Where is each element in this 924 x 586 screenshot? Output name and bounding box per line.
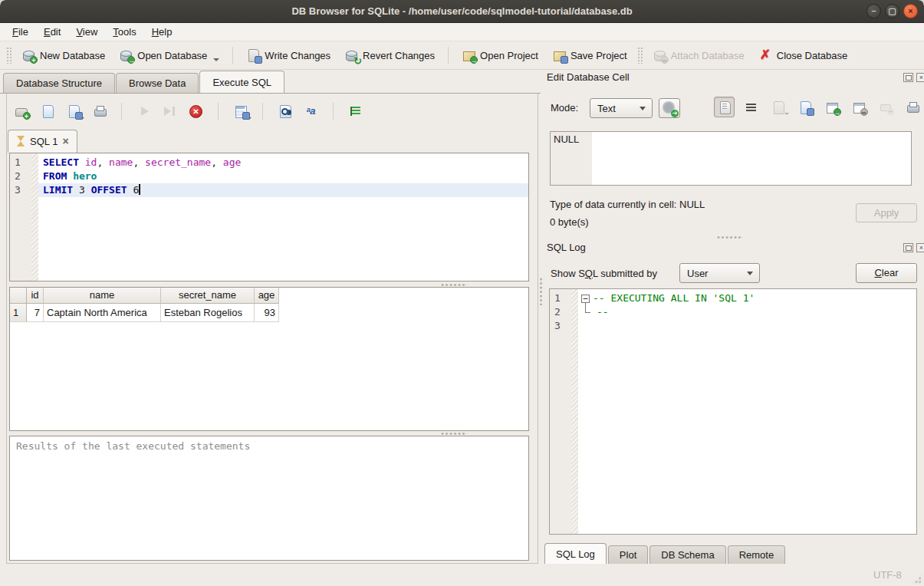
stop-icon: ✕ — [189, 105, 202, 118]
close-button[interactable]: × — [903, 4, 918, 18]
open-database-button[interactable]: → Open Database — [112, 45, 226, 65]
save-results-button[interactable] — [230, 101, 251, 122]
fold-tail-icon — [585, 302, 590, 313]
header-filler — [279, 288, 528, 304]
sql1-tab-label: SQL 1 — [30, 136, 58, 147]
new-sql-tab-button[interactable]: + — [11, 101, 31, 122]
tab-database-structure[interactable]: Database Structure — [3, 73, 115, 93]
cell-secret-name[interactable]: Esteban Rogelios — [161, 304, 255, 322]
auto-mode-button[interactable] — [659, 98, 680, 118]
header-age[interactable]: age — [255, 288, 279, 304]
log-code-area[interactable]: −-- EXECUTING ALL IN 'SQL 1' -- — [578, 289, 916, 534]
save-project-label: Save Project — [571, 50, 627, 61]
resize-grip-icon[interactable] — [912, 574, 922, 584]
log-line-3 — [578, 319, 916, 333]
save-cell-dropdown-icon — [784, 113, 789, 115]
save-sql-file-button[interactable] — [63, 101, 84, 122]
revert-changes-button[interactable]: ↻ Revert Changes — [337, 45, 442, 65]
dock-sections-splitter[interactable] — [717, 235, 743, 239]
dock-splitter[interactable] — [539, 278, 543, 305]
word-wrap-icon — [745, 100, 758, 114]
sql-log-view[interactable]: 1 2 3 −-- EXECUTING ALL IN 'SQL 1' -- — [549, 288, 917, 535]
open-project-icon: → — [462, 48, 475, 62]
toolbar-grip[interactable] — [6, 47, 12, 64]
find-replace-button[interactable]: ᵃa — [301, 101, 321, 122]
titlebar[interactable]: DB Browser for SQLite - /home/user/code/… — [0, 0, 924, 23]
toolbar-grip[interactable] — [637, 47, 643, 64]
cell-editor[interactable]: NULL — [550, 131, 912, 186]
window-controls: – ▢ × — [866, 4, 918, 18]
refresh-badge-icon: ↻ — [353, 58, 361, 65]
fold-collapse-icon[interactable]: − — [581, 295, 590, 303]
tab-remote[interactable]: Remote — [728, 545, 786, 564]
tab-execute-sql[interactable]: Execute SQL — [199, 71, 284, 93]
cell-age[interactable]: 93 — [255, 304, 279, 322]
mode-combobox[interactable]: Text — [590, 98, 653, 118]
cell-id[interactable]: 7 — [27, 304, 44, 322]
maximize-button[interactable]: ▢ — [885, 4, 899, 18]
sql-identifier: age — [223, 156, 241, 168]
results-grid[interactable]: id name secret_name age 1 7 Captain Nort… — [9, 287, 529, 431]
log-source-combobox[interactable]: User — [679, 263, 760, 283]
cell-editor-gutter: NULL — [551, 132, 592, 185]
sql-number: 3 — [79, 184, 85, 196]
open-database-dropdown-icon[interactable] — [213, 58, 219, 61]
row-number-cell[interactable]: 1 — [10, 304, 27, 322]
new-database-label: New Database — [40, 50, 105, 61]
dock-close-icon[interactable]: × — [916, 243, 924, 252]
clear-log-button[interactable]: Clear — [856, 263, 917, 283]
sql1-tab[interactable]: SQL 1 × — [8, 130, 77, 153]
tab-plot[interactable]: Plot — [608, 545, 648, 564]
word-wrap-button[interactable] — [741, 97, 761, 117]
sql1-tab-close-icon[interactable]: × — [62, 137, 68, 146]
execute-all-button — [133, 101, 154, 122]
menu-tools[interactable]: Tools — [105, 24, 143, 40]
write-changes-button[interactable]: Write Changes — [239, 45, 337, 65]
sql-editor[interactable]: 1 2 3 SELECT id, name, secret_name, age … — [9, 153, 529, 281]
cell-editor-text-area[interactable] — [592, 132, 911, 185]
link-badge-icon: ∞ — [860, 108, 868, 116]
menu-view[interactable]: View — [68, 24, 105, 40]
editor-code-area[interactable]: SELECT id, name, secret_name, age FROM h… — [38, 153, 528, 281]
sql-text: , — [133, 156, 145, 168]
header-corner[interactable] — [10, 288, 27, 304]
find-button[interactable] — [275, 101, 295, 122]
text-mode-button[interactable] — [714, 97, 735, 117]
tab-browse-data[interactable]: Browse Data — [116, 73, 199, 93]
minimize-button[interactable]: – — [866, 4, 881, 18]
open-url-button[interactable]: ∞ — [848, 97, 869, 117]
header-secret-name[interactable]: secret_name — [161, 288, 255, 304]
open-sql-file-button[interactable] — [37, 101, 58, 122]
stop-execution-button[interactable]: ✕ — [186, 101, 206, 122]
table-row[interactable]: 1 7 Captain North America Esteban Rogeli… — [10, 304, 528, 322]
play-to-line-icon — [163, 104, 177, 118]
open-project-button[interactable]: → Open Project — [455, 45, 545, 65]
close-database-button[interactable]: ✗ Close Database — [751, 45, 855, 65]
tab-sql-log[interactable]: SQL Log — [544, 543, 607, 564]
menu-edit[interactable]: Edit — [36, 24, 68, 40]
sql-editor-toolbar: + ✕ ᵃa — [11, 100, 366, 122]
log-line-2: -- — [578, 305, 916, 319]
header-id[interactable]: id — [27, 288, 44, 304]
save-project-button[interactable]: Save Project — [545, 45, 634, 65]
print-sql-button[interactable] — [89, 101, 110, 122]
encoding-indicator[interactable]: UTF-8 — [873, 569, 902, 581]
print-icon — [906, 100, 919, 114]
new-database-button[interactable]: + New Database — [15, 45, 112, 65]
header-name[interactable]: name — [44, 288, 161, 304]
dock-close-icon[interactable]: × — [916, 73, 924, 82]
dock-float-icon[interactable] — [903, 73, 913, 82]
results-message-area[interactable]: Results of the last executed statements — [9, 436, 529, 561]
tab-db-schema[interactable]: DB Schema — [649, 545, 725, 564]
dock-float-icon[interactable] — [903, 243, 913, 252]
import-cell-button[interactable] — [794, 97, 815, 117]
code-line-3: LIMIT 3 OFFSET 6 — [38, 183, 528, 197]
menu-file[interactable]: File — [5, 24, 36, 40]
plus-badge-icon: + — [23, 112, 31, 120]
cell-name[interactable]: Captain North America — [44, 304, 161, 322]
format-sql-button[interactable] — [345, 101, 366, 122]
export-cell-button[interactable]: → — [821, 97, 842, 117]
close-database-icon: ✗ — [758, 48, 772, 62]
menu-help[interactable]: Help — [144, 24, 180, 40]
print-cell-button[interactable] — [902, 97, 922, 117]
